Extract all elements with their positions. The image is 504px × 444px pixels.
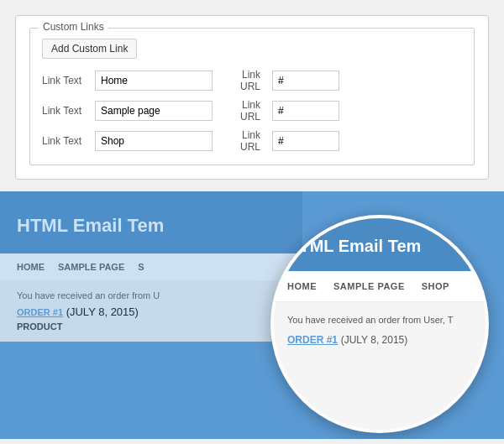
mag-nav-home: HOME bbox=[287, 281, 317, 291]
product-label-left: PRODUCT bbox=[17, 321, 286, 332]
link-row-1: Link Text Link URL bbox=[42, 69, 462, 92]
nav-sample-left: SAMPLE PAGE bbox=[58, 262, 124, 272]
mag-email-body: You have received an order from User, T … bbox=[274, 302, 486, 430]
link-text-label-3: Link Text bbox=[42, 135, 88, 147]
add-custom-link-button[interactable]: Add Custom Link bbox=[42, 39, 137, 59]
mag-order-text: You have received an order from User, T bbox=[287, 314, 472, 326]
order-link-left: ORDER #1 bbox=[17, 307, 63, 317]
fieldset-wrapper: Custom Links Add Custom Link Link Text L… bbox=[29, 28, 475, 165]
link-text-label-1: Link Text bbox=[42, 75, 88, 86]
url-label-1: Link URL bbox=[219, 69, 265, 92]
email-background: HTML Email Tem HOME SAMPLE PAGE S You ha… bbox=[0, 191, 504, 439]
mag-nav-sample: SAMPLE PAGE bbox=[333, 281, 405, 291]
link-row-2: Link Text Link URL bbox=[42, 99, 462, 123]
nav-home-left: HOME bbox=[17, 262, 45, 272]
email-preview-area: HTML Email Tem HOME SAMPLE PAGE S You ha… bbox=[0, 191, 504, 439]
url-input-2[interactable] bbox=[272, 101, 339, 121]
mag-email-nav: HOME SAMPLE PAGE SHOP bbox=[274, 271, 486, 302]
order-date-left: (JULY 8, 2015) bbox=[66, 306, 139, 318]
magnifier-circle: HTML Email Tem HOME SAMPLE PAGE SHOP You… bbox=[270, 215, 489, 433]
url-input-1[interactable] bbox=[272, 71, 339, 91]
email-header-left: HTML Email Tem bbox=[0, 191, 302, 253]
magnifier-content: HTML Email Tem HOME SAMPLE PAGE SHOP You… bbox=[274, 218, 486, 430]
panel-legend: Custom Links bbox=[39, 21, 108, 33]
order-text-left: You have received an order from U bbox=[17, 290, 286, 300]
email-title-left: HTML Email Tem bbox=[17, 215, 164, 236]
nav-shop-left: S bbox=[138, 262, 144, 272]
mag-nav-shop: SHOP bbox=[422, 281, 449, 291]
url-label-2: Link URL bbox=[219, 99, 265, 123]
mag-email-title: HTML Email Tem bbox=[287, 237, 421, 255]
link-text-input-3[interactable] bbox=[95, 131, 213, 151]
link-row-3: Link Text Link URL bbox=[42, 129, 462, 153]
custom-links-panel: Custom Links Add Custom Link Link Text L… bbox=[15, 15, 489, 180]
email-nav-left: HOME SAMPLE PAGE S bbox=[0, 253, 302, 280]
link-text-label-2: Link Text bbox=[42, 105, 88, 117]
link-text-input-1[interactable] bbox=[95, 71, 213, 91]
mag-order-date: (JULY 8, 2015) bbox=[341, 334, 408, 346]
link-text-input-2[interactable] bbox=[95, 101, 213, 121]
url-input-3[interactable] bbox=[272, 131, 339, 151]
url-label-3: Link URL bbox=[219, 129, 265, 153]
email-body-left: You have received an order from U ORDER … bbox=[0, 280, 302, 342]
email-preview-left: HTML Email Tem HOME SAMPLE PAGE S You ha… bbox=[0, 191, 302, 342]
mag-email-header: HTML Email Tem bbox=[274, 218, 486, 271]
mag-order-link: ORDER #1 bbox=[287, 334, 338, 346]
